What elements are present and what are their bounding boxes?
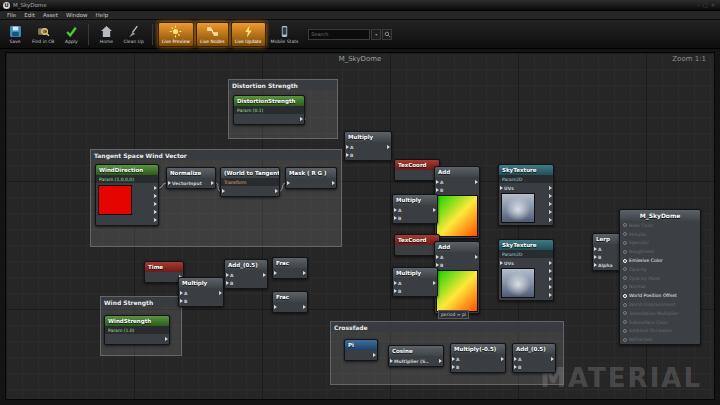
pin-circle[interactable] [623,276,627,280]
pin-circle[interactable] [623,311,627,315]
node-frac-1[interactable]: Frac [272,257,308,279]
node-mask-rg[interactable]: Mask ( R G ) [285,167,337,189]
node-sky-texture-2[interactable]: SkyTextureParam2DUVs [498,239,554,301]
node-pi[interactable]: Pi [344,339,378,361]
input-pin[interactable] [594,263,597,267]
comment-title[interactable]: Distortion Strength [229,80,337,90]
maximize-icon[interactable]: □ [703,3,708,8]
input-pin[interactable] [346,145,349,149]
pin-circle[interactable] [623,320,627,324]
output-pin[interactable] [549,210,552,214]
node-material-output[interactable]: M_SkyDomeBase ColorMetallicSpecularRough… [619,209,701,345]
node-header[interactable]: (World to Tangent) [221,168,279,178]
material-pin-world-position-offset[interactable]: World Position Offset [620,291,700,300]
output-pin[interactable] [549,277,552,281]
material-pin-base-color[interactable]: Base Color [620,221,700,230]
node-header[interactable]: Multiply(-0.5) [451,344,505,354]
input-pin[interactable] [226,273,229,277]
node-multiply-wind[interactable]: MultiplyAB [178,277,224,307]
node-wind-strength-param[interactable]: WindStrengthParam (1.0) [104,315,170,345]
minimize-icon[interactable]: – [698,3,701,8]
output-pin[interactable] [549,261,552,265]
search-icon[interactable] [382,29,392,40]
output-pin[interactable] [154,218,157,222]
output-pin[interactable] [501,357,504,361]
node-header[interactable]: Multiply [393,268,437,278]
material-pin-world-displacement[interactable]: World Displacement [620,300,700,309]
toolbar-live-update-button[interactable]: Live Update [231,22,266,47]
output-pin[interactable] [219,291,222,295]
node-header[interactable]: TexCoord [395,235,439,245]
input-pin[interactable] [394,208,397,212]
material-pin-emissive-color[interactable]: Emissive Color [620,256,700,265]
input-pin[interactable] [594,247,597,251]
material-pin-ambient-occlusion[interactable]: Ambient Occlusion [620,327,700,336]
input-pin[interactable] [390,359,393,363]
input-pin[interactable] [287,181,290,185]
toolbar-home-button[interactable]: Home [94,22,118,47]
menu-window[interactable]: Window [62,12,92,18]
toolbar-find-in-cb-button[interactable]: Find in CB [29,22,57,47]
output-pin[interactable] [439,359,442,363]
node-multiply-neg-05[interactable]: Multiply(-0.5)AB [450,343,506,373]
input-pin[interactable] [436,180,439,184]
output-pin[interactable] [211,181,214,185]
pin-circle[interactable] [623,267,627,271]
node-header[interactable]: Add [435,167,479,177]
pin-circle[interactable] [623,223,627,227]
menu-asset[interactable]: Asset [39,12,62,18]
input-pin[interactable] [346,153,349,157]
pin-circle[interactable] [623,294,627,298]
input-pin[interactable] [514,365,517,369]
input-pin[interactable] [180,291,183,295]
output-pin[interactable] [303,271,306,275]
node-header[interactable]: Time [145,262,183,272]
node-world-to-tangent[interactable]: (World to Tangent)Transform [220,167,280,197]
output-pin[interactable] [154,186,157,190]
node-multiply-pan-1[interactable]: MultiplyAB [392,194,438,224]
input-pin[interactable] [168,181,171,185]
node-header[interactable]: TexCoord [395,160,439,170]
comment-title[interactable]: Crossfade [331,322,563,332]
input-pin[interactable] [226,281,229,285]
node-header[interactable]: Add [435,242,479,252]
node-header[interactable]: Pi [345,340,377,350]
pin-circle[interactable] [623,303,627,307]
node-add-05-crossfade[interactable]: Add_(0.5)AB [512,343,556,373]
input-pin[interactable] [274,271,277,275]
input-pin[interactable] [180,299,183,303]
node-header[interactable]: Frac [273,258,307,268]
node-header[interactable]: Cosine [389,346,443,356]
output-pin[interactable] [154,194,157,198]
input-pin[interactable] [436,255,439,259]
output-pin[interactable] [154,210,157,214]
node-header[interactable]: Multiply [345,132,391,142]
output-pin[interactable] [154,202,157,206]
input-pin[interactable] [500,261,503,265]
node-header[interactable]: Multiply [179,278,223,288]
node-header[interactable]: Mask ( R G ) [286,168,336,178]
node-header[interactable]: Frac [273,292,307,302]
node-header[interactable]: DistortionStrength [234,96,304,106]
node-normalize[interactable]: NormalizeVectorInput [166,167,216,189]
node-add-uv-1[interactable]: AddAB [434,166,480,239]
output-pin[interactable] [300,117,303,121]
menu-file[interactable]: File [3,12,20,18]
input-pin[interactable] [452,365,455,369]
toolbar-clean-up-button[interactable]: Clean Up [120,22,146,47]
output-pin[interactable] [549,218,552,222]
material-pin-specular[interactable]: Specular [620,239,700,248]
node-multiply-distortion[interactable]: MultiplyAB [344,131,392,161]
node-header[interactable]: SkyTexture [499,240,553,250]
pin-circle[interactable] [623,250,627,254]
node-sky-texture-1[interactable]: SkyTextureParam2DUVs [498,164,554,226]
pin-circle[interactable] [623,232,627,236]
comment-title[interactable]: Wind Strength [101,297,181,307]
pin-circle[interactable] [623,259,627,263]
output-pin[interactable] [387,145,390,149]
toolbar-apply-button[interactable]: Apply [59,22,83,47]
menu-edit[interactable]: Edit [20,12,39,18]
node-header[interactable]: Add_(0.5) [225,260,267,270]
pin-circle[interactable] [623,241,627,245]
pin-circle[interactable] [623,338,627,342]
